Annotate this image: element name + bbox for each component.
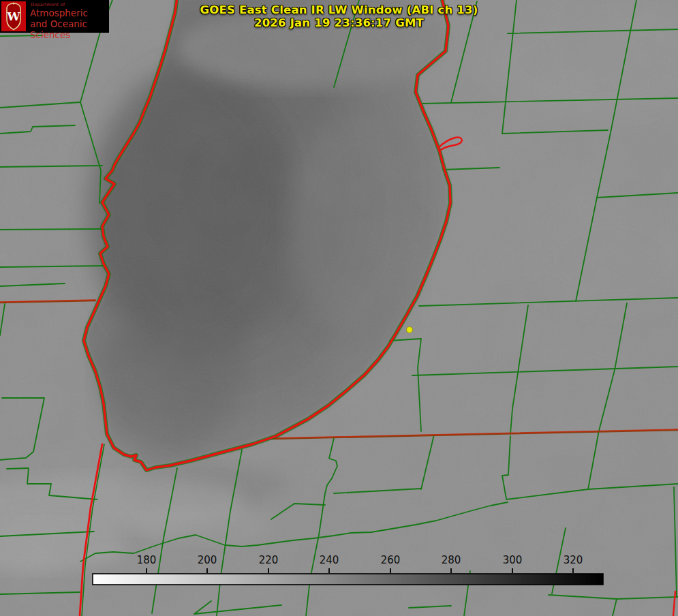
colorbar-tick-label: 240: [320, 554, 339, 566]
colorbar-tick-label: 180: [137, 554, 157, 566]
station-marker: [407, 327, 413, 333]
colorbar-tick-label: 200: [198, 554, 217, 566]
colorbar-tick: [572, 568, 574, 573]
colorbar-tick: [450, 568, 452, 573]
colorbar-gradient-strip: [93, 574, 603, 585]
colorbar-tick: [206, 568, 208, 573]
department-name-line2: and Oceanic Sciences: [30, 18, 109, 40]
satellite-base-layer: [0, 0, 678, 616]
department-prefix: Department of: [31, 2, 65, 7]
colorbar-tick-label: 260: [381, 554, 401, 566]
crest-letter: W: [6, 10, 20, 23]
ir-grain-texture: [0, 0, 678, 616]
university-logo-panel: W Department of Atmospheric and Oceanic …: [0, 0, 109, 33]
colorbar-tick: [268, 568, 269, 573]
colorbar-tick: [328, 568, 330, 573]
department-name-line1: Atmospheric: [30, 7, 88, 18]
uw-crest-icon: W: [1, 1, 26, 31]
uw-crest-panel: W: [1, 1, 26, 31]
satellite-image-viewport: W Department of Atmospheric and Oceanic …: [0, 0, 678, 616]
county-line: [0, 229, 101, 230]
colorbar-tick-label: 280: [442, 554, 461, 566]
colorbar-tick-label: 320: [564, 554, 583, 566]
ir-satellite-map: [0, 0, 678, 616]
colorbar-tick: [390, 568, 391, 573]
crest-finial: [12, 2, 14, 4]
colorbar-tick-label: 300: [503, 554, 523, 566]
colorbar-tick: [146, 568, 147, 573]
colorbar-tick: [512, 568, 513, 573]
colorbar-tick-label: 220: [259, 554, 279, 566]
